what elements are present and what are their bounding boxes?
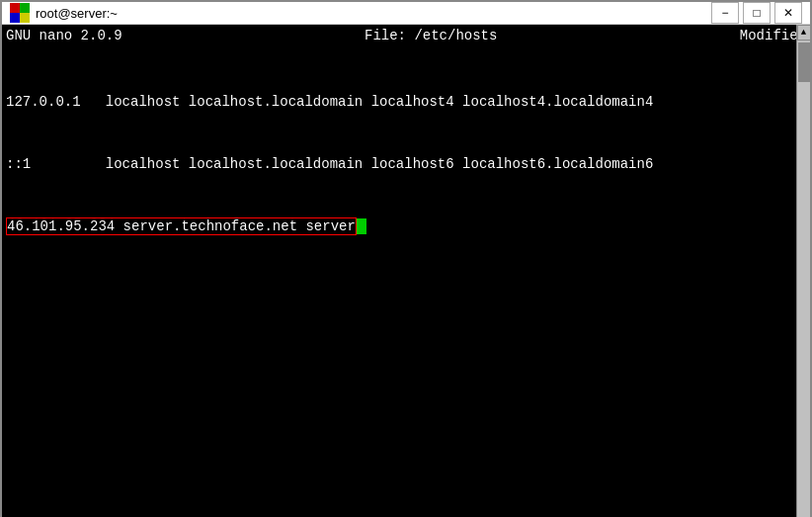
minimize-button[interactable]: − [711,2,739,24]
close-button[interactable]: ✕ [774,2,802,24]
svg-rect-3 [20,13,30,23]
title-bar-left: root@server:~ [10,3,118,23]
nano-header: GNU nano 2.0.9 File: /etc/hosts Modified [2,25,810,48]
title-text: root@server:~ [36,6,118,21]
scroll-up-arrow[interactable]: ▲ [797,25,811,41]
terminal-icon [10,3,30,23]
line-6 [6,403,806,424]
nano-content: 127.0.0.1 localhost localhost.localdomai… [2,48,810,517]
terminal-wrapper: GNU nano 2.0.9 File: /etc/hosts Modified… [2,25,810,517]
line-5 [6,341,806,362]
terminal: GNU nano 2.0.9 File: /etc/hosts Modified… [2,25,810,517]
svg-rect-2 [10,13,20,23]
nano-version: GNU nano 2.0.9 [6,27,122,46]
line-7 [6,466,806,486]
line-2: ::1 localhost localhost.localdomain loca… [6,154,806,175]
svg-rect-1 [20,3,30,13]
window: root@server:~ − □ ✕ GNU nano 2.0.9 File:… [0,0,812,517]
nano-file: File: /etc/hosts [122,27,740,46]
line-3-highlighted: 46.101.95.234 server.technoface.net serv… [6,217,357,235]
right-scrollbar[interactable]: ▲ ▼ [796,25,810,517]
title-bar: root@server:~ − □ ✕ [2,2,810,25]
line-4 [6,279,806,300]
scroll-thumb[interactable] [798,43,810,82]
svg-rect-0 [10,3,20,13]
cursor [357,218,366,234]
window-controls: − □ ✕ [711,2,802,24]
line-3: 46.101.95.234 server.technoface.net serv… [6,216,806,237]
line-1: 127.0.0.1 localhost localhost.localdomai… [6,92,806,113]
maximize-button[interactable]: □ [743,2,771,24]
